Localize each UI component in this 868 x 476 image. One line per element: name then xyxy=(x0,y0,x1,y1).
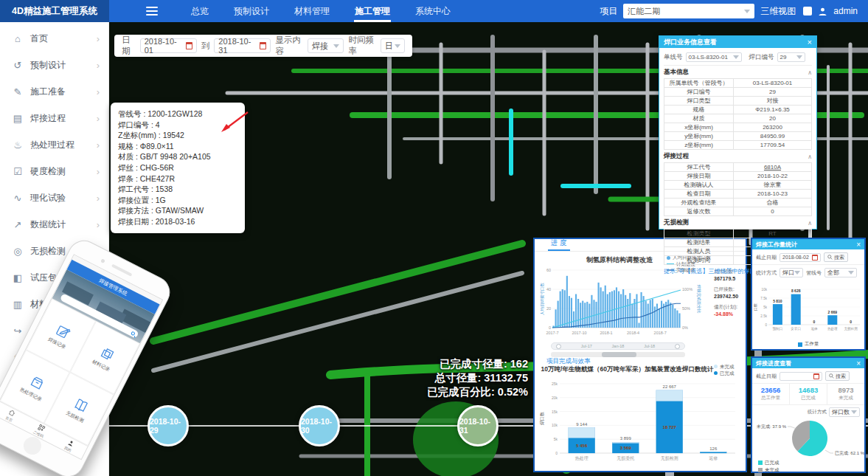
weld-no-select[interactable]: 29 xyxy=(777,52,805,62)
slider-handle[interactable] xyxy=(556,344,561,349)
section-weld-process[interactable]: 焊接过程∧ xyxy=(664,150,812,162)
section-basic-info[interactable]: 基本信息∧ xyxy=(664,66,812,78)
chevron-right-icon: › xyxy=(97,33,100,44)
overlay-line-total: 总寸径量: 31132.75 xyxy=(398,371,528,385)
timeline-date-bubble[interactable]: 2018-10-30 xyxy=(299,405,340,446)
calendar-icon xyxy=(186,42,192,49)
sidebar-item-statistics[interactable]: ↗数据统计› xyxy=(0,211,108,238)
svg-text:5 456: 5 456 xyxy=(576,444,588,448)
svg-text:20: 20 xyxy=(546,306,551,311)
mode-select[interactable]: 焊口 xyxy=(780,268,803,277)
svg-text:0: 0 xyxy=(765,323,767,327)
close-icon[interactable]: × xyxy=(856,359,861,368)
svg-text:0: 0 xyxy=(555,451,558,455)
sidebar-item-hardness[interactable]: ☑硬度检测› xyxy=(0,158,108,184)
magnifier-icon: ◎ xyxy=(12,246,24,257)
copy-icon xyxy=(97,343,117,363)
legend-square-icon xyxy=(758,468,763,472)
svg-text:3 569: 3 569 xyxy=(620,446,632,450)
prefab-icon: ↺ xyxy=(12,60,24,71)
date-to-input[interactable]: 2018-10-31 xyxy=(214,38,271,53)
basic-info-table: 所属单线号（管段号）03-LS-8320-01焊口编号29焊口类型对接规格Φ21… xyxy=(664,78,812,150)
project-welds-chart: 05k10k15k20k25k9 1445 456热处理3 8993 569无损… xyxy=(538,373,744,471)
svg-text:0%: 0% xyxy=(682,325,688,330)
progress-stats: 23656 总工作量 14683 已完成 8973 未完成 xyxy=(752,384,864,405)
content-select[interactable]: 焊接 xyxy=(308,38,344,53)
chevron-down-icon xyxy=(796,55,802,59)
app-logo: 4D精益施工管理系统 xyxy=(0,0,109,22)
menu-item-overview[interactable]: 总览 xyxy=(178,0,221,22)
collapse-icon: ∧ xyxy=(808,220,812,227)
svg-text:返修: 返修 xyxy=(709,456,718,461)
svg-text:热处理: 热处理 xyxy=(827,326,838,331)
menu-item-system[interactable]: 系统中心 xyxy=(403,0,463,22)
scrollbar-thumb[interactable] xyxy=(602,352,636,357)
freq-select[interactable]: 日 xyxy=(381,38,405,53)
date-from-input[interactable]: 2018-10-01 xyxy=(140,38,197,53)
svg-text:焊接完成百分比: 焊接完成百分比 xyxy=(696,285,701,314)
svg-text:无损检测: 无损检测 xyxy=(844,326,858,331)
hamburger-icon[interactable] xyxy=(146,4,158,18)
svg-text:2018-4: 2018-4 xyxy=(627,331,639,335)
chevron-right-icon: › xyxy=(97,166,100,177)
cutoff-date-input[interactable] xyxy=(780,372,822,381)
weld-info-filters: 单线号 03-LS-8320-01 焊口编号 29 xyxy=(664,51,812,66)
sidebar-item-heat-treatment[interactable]: ♨热处理过程› xyxy=(0,131,108,158)
wave-icon: ∿ xyxy=(12,193,24,204)
search-button[interactable]: 搜索 xyxy=(825,371,850,381)
svg-text:18 727: 18 727 xyxy=(663,425,677,430)
svg-text:0: 0 xyxy=(813,320,816,324)
close-icon[interactable]: × xyxy=(856,241,861,249)
username: admin xyxy=(833,6,858,16)
chevron-right-icon: › xyxy=(97,219,100,230)
menu-item-construction[interactable]: 施工管理 xyxy=(342,0,403,22)
legend-dot-icon xyxy=(714,365,718,368)
phone-camera xyxy=(100,258,105,263)
filter-toolbar: 日期 2018-10-01 到 2018-10-31 显示内容 焊接 时间频率 … xyxy=(114,35,412,57)
svg-text:未完成: 37.9 %: 未完成: 37.9 % xyxy=(756,424,787,430)
svg-text:无损委托: 无损委托 xyxy=(617,455,634,461)
svg-text:7.5k: 7.5k xyxy=(760,297,767,300)
search-icon xyxy=(827,255,833,260)
project-select[interactable]: 汇能二期 xyxy=(623,4,754,18)
date-label: 日期 xyxy=(122,35,136,57)
scrollbar[interactable] xyxy=(551,352,685,357)
sidebar-item-preparation[interactable]: ✎施工准备› xyxy=(0,78,108,105)
svg-text:5k: 5k xyxy=(763,306,768,309)
sidebar-item-prefab-design[interactable]: ↺预制设计› xyxy=(0,52,108,78)
sidebar-item-welding[interactable]: ▤焊接过程› xyxy=(0,105,108,131)
svg-text:2017-10: 2017-10 xyxy=(572,331,586,335)
svg-text:100%: 100% xyxy=(682,287,692,292)
user-icon xyxy=(818,7,827,16)
timeline-date-bubble[interactable]: 2018-10-31 xyxy=(457,405,499,446)
hardness-icon: ☑ xyxy=(12,166,24,177)
view-toggle[interactable] xyxy=(803,7,812,15)
tab-progress[interactable]: 进 度 xyxy=(548,237,570,251)
close-icon[interactable]: × xyxy=(808,38,812,46)
datazoom-slider[interactable]: Jul-17 Jan-18 Jul-18 xyxy=(551,342,685,350)
chevron-right-icon: › xyxy=(97,193,100,204)
timeline-date-bubble[interactable]: 2018-10-29 xyxy=(147,405,189,446)
calendar-icon xyxy=(813,373,819,379)
search-button[interactable]: 搜索 xyxy=(824,252,848,262)
menu-item-prefab-design[interactable]: 预制设计 xyxy=(221,0,282,22)
sidebar-item-physchem-test[interactable]: ∿理化试验› xyxy=(0,184,108,211)
calendar-icon xyxy=(260,42,266,49)
pipeline-select[interactable]: 全部 xyxy=(824,268,857,277)
svg-text:返修: 返修 xyxy=(810,327,818,331)
svg-text:2017-7: 2017-7 xyxy=(546,331,558,335)
slider-handle[interactable] xyxy=(675,344,680,349)
workload-panel-header: 焊接工作量统计 × xyxy=(752,239,864,249)
menu-item-material[interactable]: 材料管理 xyxy=(282,0,342,22)
cutoff-date-input[interactable]: 2018-08-02 xyxy=(780,253,821,262)
view-toggle-label: 三维视图 xyxy=(760,5,796,18)
mode-select[interactable]: 焊口数 xyxy=(829,407,860,417)
overlay-line-percent: 已完成百分比: 0.52% xyxy=(398,385,528,399)
section-ndt[interactable]: 无损检测∧ xyxy=(664,216,812,229)
legend-square-icon xyxy=(758,461,763,465)
svg-text:8 628: 8 628 xyxy=(791,289,801,293)
main-menu: 总览 预制设计 材料管理 施工管理 系统中心 xyxy=(178,0,463,22)
line-no-select[interactable]: 03-LS-8320-01 xyxy=(686,52,742,62)
trend-icon: ↗ xyxy=(12,219,24,230)
sidebar-item-home[interactable]: ⌂首页› xyxy=(0,25,108,52)
